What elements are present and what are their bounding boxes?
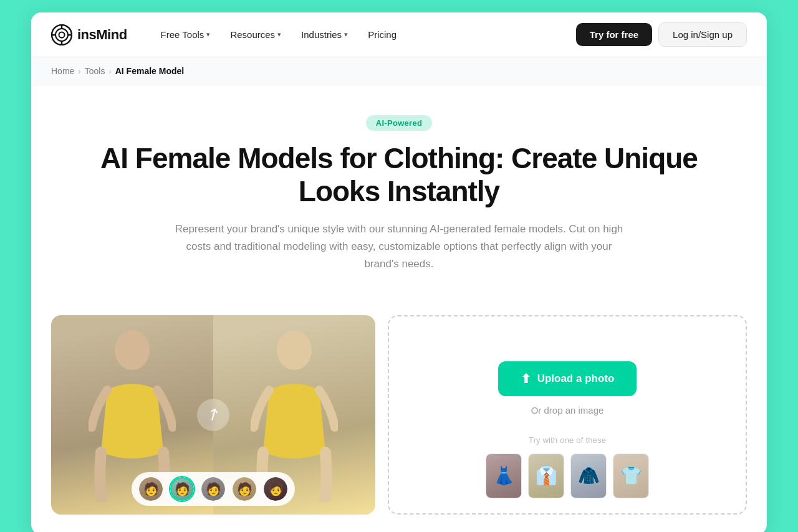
try-label: Try with one of these [529,435,606,445]
avatar-circle-4: 🧑 [233,477,256,501]
breadcrumb-sep-2: › [108,67,111,76]
chevron-down-icon: ▾ [206,31,210,39]
arrow-icon: ↗ [203,403,224,427]
sample-thumb-4[interactable]: 👕 [613,454,649,498]
avatar-thumb-row: 🧑 🧑 🧑 🧑 🧑 [132,472,295,506]
hero-section: AI-Powered AI Female Models for Clothing… [31,85,767,315]
demo-area: ↗ 🧑 🧑 🧑 🧑 🧑 [31,315,767,532]
svg-point-8 [277,330,312,370]
sample-image-1: 👗 [486,454,521,498]
breadcrumb: Home › Tools › AI Female Model [31,57,767,85]
sample-image-4: 👕 [613,454,648,498]
nav-resources[interactable]: Resources ▾ [221,24,290,45]
upload-icon: ⬆ [521,371,531,386]
sample-thumbs: 👗 👔 🧥 👕 [486,454,649,498]
avatar-thumb-3[interactable]: 🧑 [200,476,226,502]
logo-link[interactable]: insMind [51,24,127,45]
sample-thumb-3[interactable]: 🧥 [570,454,607,498]
sample-thumb-1[interactable]: 👗 [486,454,522,498]
try-free-button[interactable]: Try for free [576,23,652,46]
model-preview: ↗ 🧑 🧑 🧑 🧑 🧑 [51,315,375,515]
sample-image-2: 👔 [529,454,564,498]
main-container: insMind Free Tools ▾ Resources ▾ Industr… [31,12,767,532]
avatar-thumb-4[interactable]: 🧑 [231,476,257,502]
sample-thumb-2[interactable]: 👔 [528,454,564,498]
login-button[interactable]: Log in/Sign up [658,22,747,47]
nav-links: Free Tools ▾ Resources ▾ Industries ▾ Pr… [152,24,571,45]
avatar-circle-2: 🧑 [170,477,194,501]
chevron-down-icon: ▾ [277,31,281,39]
avatar-thumb-2[interactable]: 🧑 [169,476,195,502]
breadcrumb-sep-1: › [78,67,80,76]
svg-point-2 [59,32,65,37]
or-drop-text: Or drop an image [531,405,604,416]
ai-badge: AI-Powered [366,115,433,131]
chevron-down-icon: ▾ [344,31,348,39]
avatar-thumb-5[interactable]: 🧑 [262,476,289,502]
nav-actions: Try for free Log in/Sign up [576,22,747,47]
breadcrumb-current: AI Female Model [115,66,184,76]
avatar-thumb-1[interactable]: 🧑 [138,476,164,502]
logo-text: insMind [77,27,127,43]
breadcrumb-tools[interactable]: Tools [85,66,105,76]
upload-photo-button[interactable]: ⬆ Upload a photo [498,361,637,396]
nav-industries[interactable]: Industries ▾ [292,24,357,45]
svg-point-1 [55,29,68,41]
transform-arrow: ↗ [197,399,229,431]
breadcrumb-home[interactable]: Home [51,66,74,76]
nav-pricing[interactable]: Pricing [359,24,405,45]
avatar-circle-1: 🧑 [139,477,163,501]
logo-icon [51,24,72,45]
svg-point-7 [115,330,150,370]
navbar: insMind Free Tools ▾ Resources ▾ Industr… [31,12,767,57]
nav-free-tools[interactable]: Free Tools ▾ [152,24,219,45]
hero-subtitle: Represent your brand's unique style with… [175,221,623,273]
avatar-circle-5: 🧑 [264,477,287,501]
sample-image-3: 🧥 [571,454,606,498]
avatar-circle-3: 🧑 [201,477,225,501]
hero-title: AI Female Models for Clothing: Create Un… [61,142,737,208]
upload-panel: ⬆ Upload a photo Or drop an image Try wi… [388,315,747,515]
